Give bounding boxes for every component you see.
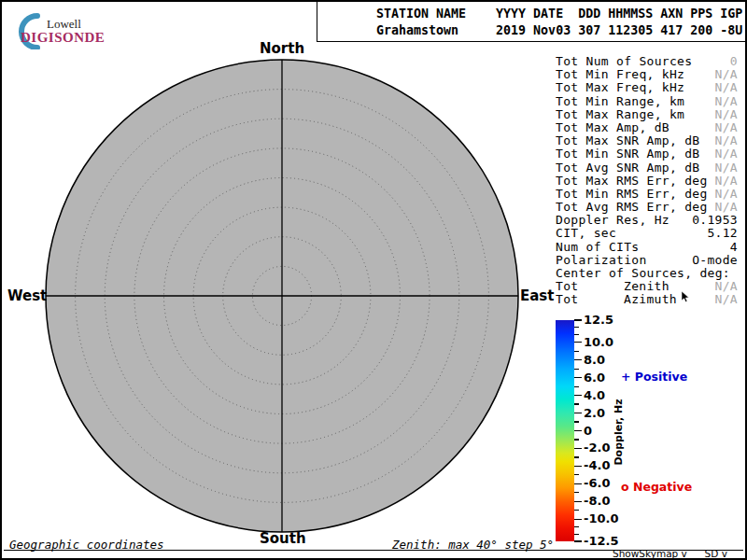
stats-sublabel: Zenith [624,280,669,293]
legend-positive: + Positive [621,370,687,384]
stats-row: Center of Sources, deg: [556,267,738,280]
stats-label: Polarization [556,254,647,267]
colorbar-minor-tick [574,369,579,370]
station-header-box: STATION NAME YYYY DATE DDD HHMMSS AXN PP… [317,2,745,42]
compass-west-label: West [7,287,43,304]
stats-label: Tot Max RMS Err, deg [556,175,708,188]
stats-value: N/A [715,201,738,214]
colorbar-minor-tick [574,510,579,511]
stats-value: N/A [715,95,738,108]
stats-label: Doppler Res, Hz [556,214,669,227]
colorbar-major-tick [574,319,582,321]
stats-label: Tot Max Amp, dB [556,121,669,134]
stats-value: N/A [715,108,738,121]
colorbar-minor-tick [574,403,579,404]
stats-label: CIT, sec [556,227,616,240]
stats-row: Tot Max Range, kmN/A [556,108,738,121]
skymap-polar-plot [44,58,520,534]
stats-label: Tot Avg SNR Amp, dB [556,161,699,175]
stats-label: Tot [556,293,624,306]
stats-row: Tot Max SNR Amp, dBN/A [556,134,738,147]
colorbar-minor-tick [574,534,579,535]
colorbar-major-tick [574,377,582,379]
colorbar-major-tick [574,540,582,542]
colorbar-minor-tick [574,492,579,493]
lowell-digisonde-logo: Lowell DIGISONDE [9,7,131,48]
logo-digisonde-text: DIGISONDE [21,30,105,46]
circle-marker-icon: o [621,480,629,494]
stats-label: Center of Sources, deg: [556,267,730,280]
stats-label: Tot Min Freq, kHz [556,68,684,81]
stats-row: Tot Avg RMS Err, degN/A [556,201,738,214]
stats-value: N/A [715,121,738,134]
colorbar-tick-label: -2.0 [584,441,610,455]
stats-label: Tot Min RMS Err, deg [556,188,708,201]
colorbar-tick-label: 4.0 [584,388,605,402]
stats-label: Tot Num of Sources [556,55,692,68]
legend-negative: o Negative [621,480,692,494]
stats-value: N/A [715,147,738,161]
colorbar-tick-label: -8.0 [584,494,610,508]
colorbar-minor-tick [574,351,579,352]
stats-row: Tot Min Range, kmN/A [556,95,738,108]
colorbar-minor-tick [574,474,579,475]
stats-row: Tot Max Freq, kHzN/A [556,81,738,94]
plus-marker-icon: + [621,370,630,384]
colorbar-tick-label: -12.5 [584,534,618,548]
colorbar-major-tick [574,501,582,503]
colorbar-axis-label: Doppler, Hz [613,399,625,465]
colorbar-minor-tick [574,386,579,387]
colorbar-minor-tick [574,526,579,527]
colorbar-minor-tick [574,334,579,335]
colorbar-major-tick [574,413,582,414]
colorbar-minor-tick [574,439,579,440]
colorbar-tick-label: 0 [584,424,592,438]
stats-row: Tot Num of Sources0 [556,55,738,68]
stats-value: N/A [715,293,738,306]
station-header-text: STATION NAME YYYY DATE DDD HHMMSS AXN PP… [376,6,742,38]
stats-value: O-mode [692,254,738,267]
legend-positive-label: Positive [635,370,687,384]
colorbar-minor-tick [574,456,579,457]
stats-row: Doppler Res, Hz0.1953 [556,214,738,227]
stats-value: N/A [715,188,738,201]
colorbar-minor-tick [574,421,579,422]
stats-value: N/A [715,68,738,81]
stats-value: N/A [715,161,738,175]
colorbar-major-tick [574,519,582,521]
colorbar-major-tick [574,359,582,361]
stats-row: Tot Max RMS Err, degN/A [556,175,738,188]
station-header-columns: STATION NAME YYYY DATE DDD HHMMSS AXN PP… [376,7,742,21]
colorbar-tick-label: 6.0 [584,371,605,385]
mouse-cursor-icon [681,291,691,303]
stats-row: Tot Avg SNR Amp, dBN/A [556,161,738,175]
stats-row: CIT, sec5.12 [556,227,738,240]
station-header-values: Grahamstown 2019 Nov03 307 112305 417 20… [376,23,742,37]
stats-label: Tot Avg RMS Err, deg [556,201,708,214]
stats-sublabel: Azimuth [624,293,677,306]
stats-value: 0 [730,55,738,68]
colorbar-major-tick [574,342,582,343]
colorbar-major-tick [574,483,582,485]
colorbar-tick-label: -6.0 [584,476,610,490]
stats-value: N/A [715,81,738,94]
doppler-colorbar [556,320,574,541]
stats-value: 0.1953 [692,214,738,227]
stats-label: Tot Min SNR Amp, dB [556,147,699,161]
stats-label: Tot [556,280,624,293]
stats-row: TotZenithN/A [556,280,738,293]
stats-row: Tot Min Freq, kHzN/A [556,68,738,81]
colorbar-tick-label: 2.0 [584,406,605,420]
stats-row: TotAzimuthN/A [556,293,738,306]
showskymap-window: Lowell DIGISONDE STATION NAME YYYY DATE … [0,0,747,560]
colorbar-major-tick [574,430,582,432]
stats-row: Tot Max Amp, dBN/A [556,121,738,134]
stats-value: N/A [715,175,738,188]
colorbar-tick-label: 12.5 [584,313,613,327]
version-info: ShowSkymap v 1.0 SD v 5.1 [613,548,740,560]
colorbar-tick-label: -10.0 [584,511,618,525]
stats-panel: Tot Num of Sources0Tot Min Freq, kHzN/AT… [556,55,738,307]
stats-value: N/A [715,134,738,147]
stats-label: Tot Max Freq, kHz [556,81,684,94]
stats-label: Tot Max SNR Amp, dB [556,134,699,147]
